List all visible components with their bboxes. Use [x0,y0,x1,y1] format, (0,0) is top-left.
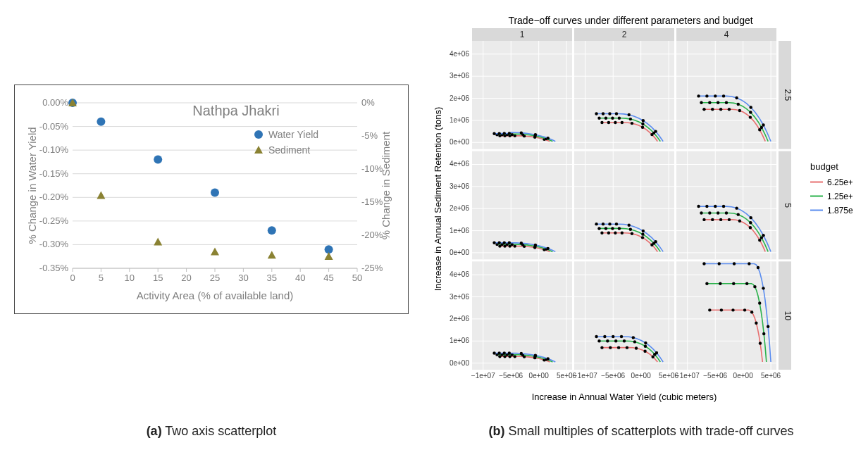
svg-point-167 [750,106,752,108]
svg-point-224 [611,227,614,230]
svg-point-194 [497,242,500,244]
svg-point-321 [635,346,638,349]
svg-text:2e+06: 2e+06 [450,204,470,212]
svg-text:5: 5 [783,203,793,208]
svg-text:-0.15%: -0.15% [39,168,69,179]
svg-point-266 [762,234,764,237]
svg-point-255 [717,211,719,214]
svg-text:10: 10 [783,311,793,320]
svg-point-291 [492,351,495,354]
svg-point-98 [508,132,511,135]
svg-point-261 [705,205,708,208]
svg-text:2e+06: 2e+06 [450,94,470,102]
svg-point-49 [254,130,263,139]
svg-point-324 [597,339,600,342]
svg-point-328 [633,340,636,343]
svg-text:1e+06: 1e+06 [450,116,470,124]
svg-point-247 [711,218,714,221]
svg-point-320 [626,346,628,349]
svg-text:Sediment: Sediment [268,144,310,156]
svg-point-56 [268,226,276,234]
svg-point-332 [603,335,606,338]
svg-point-354 [731,308,734,311]
svg-text:2.5: 2.5 [783,89,793,101]
svg-text:Trade−off curves under differe: Trade−off curves under different paramet… [508,15,752,26]
svg-point-157 [717,101,719,104]
svg-point-234 [642,230,645,232]
svg-point-96 [497,132,500,135]
svg-point-251 [749,226,752,229]
svg-point-150 [719,108,722,111]
svg-text:6.25e+08: 6.25e+08 [827,177,852,187]
svg-text:30: 30 [238,273,248,283]
svg-point-99 [520,131,523,134]
svg-text:0e+00: 0e+00 [450,359,470,367]
svg-text:20: 20 [181,273,191,283]
svg-point-318 [609,346,612,349]
svg-point-160 [749,111,752,113]
svg-point-124 [597,117,600,120]
svg-text:% Change in Water Yield: % Change in Water Yield [26,127,38,244]
svg-text:1.875e+09: 1.875e+09 [827,206,852,215]
svg-point-196 [508,242,511,244]
svg-point-226 [629,228,632,231]
svg-text:0e+00: 0e+00 [733,372,754,380]
svg-point-162 [697,94,700,97]
svg-point-337 [655,351,658,354]
svg-text:1.25e+09: 1.25e+09 [827,192,852,201]
svg-point-246 [702,218,705,221]
svg-text:2: 2 [622,30,627,39]
svg-point-294 [508,351,511,354]
svg-point-230 [602,223,604,225]
svg-text:0.00%: 0.00% [42,97,68,108]
svg-point-121 [631,122,633,125]
svg-point-132 [602,112,604,115]
svg-text:40: 40 [295,273,305,283]
svg-text:-0.30%: -0.30% [39,239,69,249]
svg-point-159 [737,103,740,106]
svg-point-366 [702,262,705,265]
chart-a-svg: 05101520253035404550-0.35%-0.30%-0.25%-0… [23,92,399,304]
svg-text:−5e+06: −5e+06 [703,372,727,380]
svg-point-372 [767,325,769,328]
svg-text:2e+06: 2e+06 [450,315,470,323]
svg-text:-0.20%: -0.20% [39,192,69,202]
svg-point-263 [722,205,725,208]
svg-point-258 [749,221,752,224]
svg-point-84 [514,135,516,137]
svg-text:−1e+07: −1e+07 [574,372,597,380]
svg-point-222 [597,227,600,230]
svg-text:4e+06: 4e+06 [450,50,470,58]
svg-point-151 [728,108,731,111]
svg-point-197 [520,242,523,244]
svg-point-131 [595,112,597,115]
svg-point-153 [749,115,752,118]
svg-point-163 [705,94,708,97]
svg-text:−1e+07: −1e+07 [471,372,495,380]
svg-point-296 [534,354,537,356]
svg-text:0e+00: 0e+00 [631,372,652,380]
svg-point-355 [743,308,746,311]
svg-text:10: 10 [125,273,135,283]
svg-text:-0.10%: -0.10% [39,144,69,155]
caption-a-bold: (a) [147,424,162,438]
caption-b-bold: (b) [489,424,505,438]
svg-text:4e+06: 4e+06 [450,160,470,168]
svg-text:-0.05%: -0.05% [39,121,69,132]
svg-point-364 [758,301,761,304]
svg-point-327 [623,339,626,342]
svg-text:0e+00: 0e+00 [450,249,470,256]
svg-point-333 [612,335,614,338]
svg-point-357 [755,322,757,325]
svg-rect-107 [574,41,674,149]
svg-point-363 [753,285,756,288]
svg-point-126 [611,117,614,120]
svg-point-254 [708,211,711,214]
svg-point-136 [642,119,645,122]
svg-text:-0.35%: -0.35% [39,263,69,273]
svg-point-198 [534,244,537,246]
svg-point-334 [620,335,623,338]
svg-text:-5%: -5% [361,130,378,141]
svg-text:3e+06: 3e+06 [450,293,470,301]
svg-point-233 [628,224,631,227]
